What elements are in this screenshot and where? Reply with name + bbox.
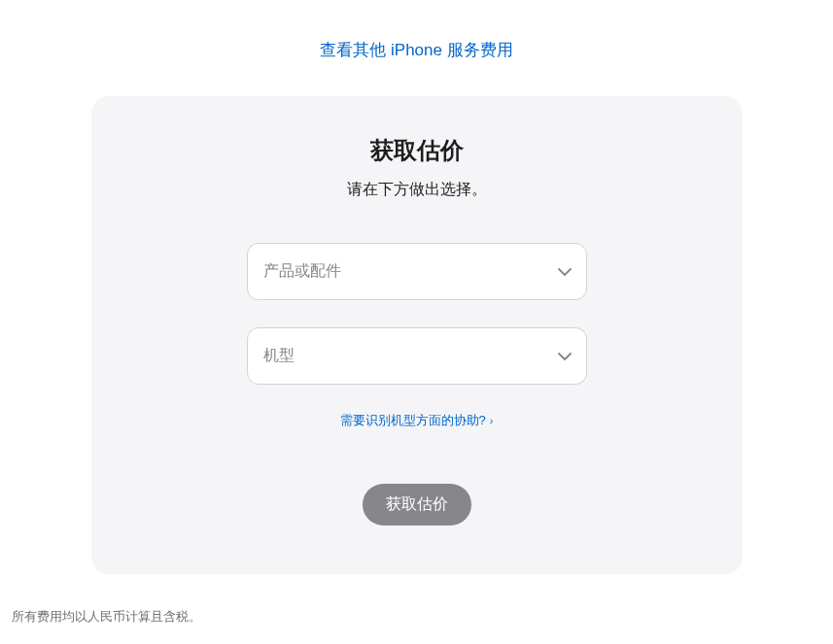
estimate-card: 获取估价 请在下方做出选择。 产品或配件 机型 需要识别机型方面的协助?› 获取… [91,96,743,574]
get-estimate-button[interactable]: 获取估价 [363,484,471,525]
footer-notes: 所有费用均以人民币计算且含税。 截至 2023 年 2 月底, 保外电池服务的费… [10,603,823,644]
product-select[interactable]: 产品或配件 [247,243,587,300]
product-select-wrapper: 产品或配件 [247,243,587,300]
model-select[interactable]: 机型 [247,327,587,385]
help-link-text: 需要识别机型方面的协助? [340,413,486,427]
other-services-link[interactable]: 查看其他 iPhone 服务费用 [10,39,823,61]
product-select-placeholder: 产品或配件 [263,261,341,282]
model-select-placeholder: 机型 [263,346,295,366]
help-identify-link[interactable]: 需要识别机型方面的协助?› [130,412,704,429]
footer-line-2: 截至 2023 年 2 月底, 保外电池服务的费用都将按照当前的价格收取。从 2… [12,637,821,644]
card-subtitle: 请在下方做出选择。 [130,180,704,200]
footer-line-1: 所有费用均以人民币计算且含税。 [12,603,821,631]
chevron-right-icon: › [490,415,494,426]
card-title: 获取估价 [130,135,704,166]
model-select-wrapper: 机型 [247,327,587,385]
